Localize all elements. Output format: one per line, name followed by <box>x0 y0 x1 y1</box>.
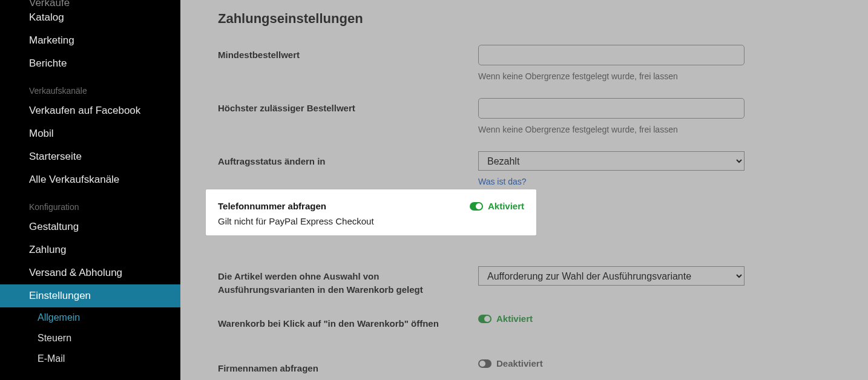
sidebar-item-katalog[interactable]: Katalog <box>0 6 180 29</box>
app-root: Verkäufe Katalog Marketing Berichte Verk… <box>0 0 868 380</box>
sidebar-item-berichte[interactable]: Berichte <box>0 52 180 75</box>
toggle-open-cart[interactable]: Aktiviert <box>478 313 533 324</box>
toggle-phone-label: Aktiviert <box>488 201 524 211</box>
label-order-status: Auftragsstatus ändern in <box>218 151 478 168</box>
label-open-cart: Warenkorb bei Klick auf "in den Warenkor… <box>218 313 478 330</box>
toggle-track-icon <box>478 315 492 323</box>
sidebar-section-channels: Verkaufskanäle <box>0 75 180 99</box>
label-min-order: Mindestbestellwert <box>218 45 478 62</box>
sidebar: Verkäufe Katalog Marketing Berichte Verk… <box>0 0 180 380</box>
label-phone-sub: Gilt nicht für PayPal Express Checkout <box>218 216 524 226</box>
label-company: Firmennamen abfragen <box>218 358 478 375</box>
sidebar-item-marketing[interactable]: Marketing <box>0 29 180 52</box>
input-max-order[interactable] <box>478 98 745 119</box>
label-phone: Telefonnummer abfragen <box>218 201 326 211</box>
spotlight-phone-row: Telefonnummer abfragen Aktiviert Gilt ni… <box>206 189 536 235</box>
toggle-open-cart-label: Aktiviert <box>496 313 533 324</box>
sidebar-item-einstellungen[interactable]: Einstellungen <box>0 284 180 307</box>
row-max-order: Höchster zulässiger Bestellwert Wenn kei… <box>218 98 868 134</box>
sidebar-item-partial: Verkäufe <box>0 0 180 6</box>
toggle-track-icon <box>478 359 492 368</box>
sidebar-section-config: Konfiguration <box>0 191 180 215</box>
toggle-company[interactable]: Deaktiviert <box>478 358 543 369</box>
toggle-phone[interactable]: Aktiviert <box>470 201 524 211</box>
row-variants: Die Artikel werden ohne Auswahl von Ausf… <box>218 266 868 296</box>
row-min-order: Mindestbestellwert Wenn keine Obergrenze… <box>218 45 868 81</box>
row-open-cart: Warenkorb bei Klick auf "in den Warenkor… <box>218 313 868 341</box>
sidebar-item-gestaltung[interactable]: Gestaltung <box>0 215 180 238</box>
page-title: Zahlungseinstellungen <box>218 0 868 45</box>
label-max-order: Höchster zulässiger Bestellwert <box>218 98 478 115</box>
sidebar-subitem-allgemein[interactable]: Allgemein <box>0 307 180 328</box>
sidebar-item-zahlung[interactable]: Zahlung <box>0 238 180 261</box>
toggle-company-label: Deaktiviert <box>496 358 543 369</box>
input-min-order[interactable] <box>478 45 745 65</box>
toggle-track-icon <box>470 202 483 211</box>
sidebar-item-versand[interactable]: Versand & Abholung <box>0 261 180 284</box>
sidebar-item-mobil[interactable]: Mobil <box>0 122 180 145</box>
row-company: Firmennamen abfragen Deaktiviert <box>218 358 868 380</box>
sidebar-subitem-email[interactable]: E-Mail <box>0 349 180 369</box>
select-variants[interactable]: Aufforderung zur Wahl der Ausführungsvar… <box>478 266 745 286</box>
help-min-order: Wenn keine Obergrenze festgelegt wurde, … <box>478 71 748 81</box>
link-what-is-this[interactable]: Was ist das? <box>478 177 527 186</box>
sidebar-item-alle-kanaele[interactable]: Alle Verkaufskanäle <box>0 168 180 191</box>
select-order-status[interactable]: Bezahlt <box>478 151 745 171</box>
label-variants: Die Artikel werden ohne Auswahl von Ausf… <box>218 266 478 296</box>
row-order-status: Auftragsstatus ändern in Bezahlt Was ist… <box>218 151 868 186</box>
sidebar-item-facebook[interactable]: Verkaufen auf Facebook <box>0 99 180 122</box>
help-max-order: Wenn keine Obergrenze festgelegt wurde, … <box>478 125 748 134</box>
sidebar-item-starterseite[interactable]: Starterseite <box>0 145 180 168</box>
sidebar-subitem-steuern[interactable]: Steuern <box>0 328 180 349</box>
